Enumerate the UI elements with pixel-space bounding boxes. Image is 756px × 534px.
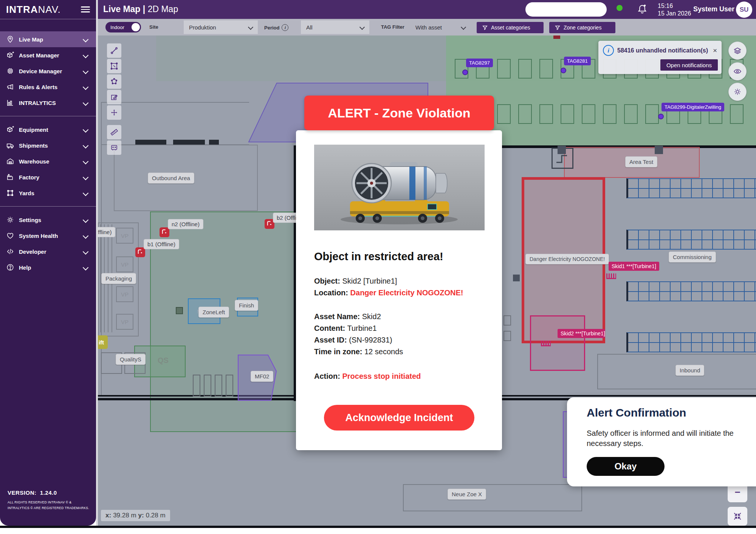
asset-categories-button[interactable]: Asset categories: [477, 22, 544, 33]
modal-row-content: Content: Turbine1: [314, 324, 377, 333]
tool-polygon[interactable]: [107, 74, 121, 89]
info-icon[interactable]: i: [282, 24, 288, 31]
period-select-value: All: [306, 24, 313, 31]
asset-tag-icon[interactable]: [160, 227, 169, 237]
modal-row-action: Action: Process stop initiated: [314, 372, 421, 381]
acknowledge-incident-button[interactable]: Acknowledge Incident: [324, 405, 474, 431]
tool-edit[interactable]: [107, 90, 121, 104]
tag-filter-select[interactable]: With asset: [410, 20, 471, 34]
status-dot-green: [617, 5, 623, 11]
modal-row-location: Location: Danger Electricity NOGOZONE!: [314, 289, 463, 297]
sidebar-item-system-health[interactable]: System Health: [0, 228, 96, 244]
layers-button[interactable]: [728, 42, 747, 60]
vp-slot: VP: [116, 314, 133, 330]
hamburger-menu-icon[interactable]: [81, 6, 90, 12]
sidebar-item-label: Help: [19, 264, 31, 271]
sidebar-item-label: Shipments: [19, 142, 48, 149]
map-canvas[interactable]: VP VP VP VP ift QS MF01: [98, 35, 756, 526]
visibility-button[interactable]: [728, 62, 747, 80]
tool-rect-select[interactable]: [107, 59, 121, 73]
sidebar-item-settings[interactable]: Settings: [0, 212, 96, 228]
modal-heading: Object in restricted area!: [314, 250, 443, 263]
vp-slot: VP: [116, 286, 133, 302]
sidebar-item-developer[interactable]: Developer: [0, 244, 96, 259]
asset-label-n2[interactable]: n2 (Offline): [168, 219, 203, 229]
tag-label-8297[interactable]: TAG8297: [466, 59, 493, 67]
intranav-logo: INTRANAV.: [6, 4, 61, 15]
notification-bell-icon[interactable]: [637, 3, 648, 17]
warehouse-icon: [6, 157, 14, 165]
sidebar-item-label: Yards: [19, 190, 34, 196]
filter-bar: Indoor Site Produktion Periodi All TAG F…: [98, 19, 756, 35]
asset-label-b1[interactable]: b1 (Offline): [144, 239, 179, 249]
chevron-down-icon: [83, 233, 89, 239]
tool-measure-line[interactable]: [107, 43, 121, 58]
version-text: VERSION: 1.24.0: [8, 489, 89, 496]
sidebar-item-label: INTRALYTICS: [19, 100, 56, 106]
modal-row-asset-name: Asset Name: Skid2: [314, 312, 381, 321]
sidebar-item-rules-alerts[interactable]: Rules & Alerts: [0, 79, 96, 95]
open-notifications-button[interactable]: Open notifications: [660, 59, 718, 71]
divider: [0, 206, 96, 207]
indoor-site-toggle[interactable]: Indoor: [105, 22, 141, 32]
tool-tag[interactable]: [107, 140, 121, 155]
site-select-value: Produktion: [189, 24, 216, 31]
tool-ruler[interactable]: [107, 125, 121, 139]
eye-icon: [733, 67, 742, 76]
sidebar-item-intralytics[interactable]: INTRALYTICS: [0, 95, 96, 111]
search-input[interactable]: [530, 6, 607, 13]
zone-categories-button[interactable]: Zone categories: [549, 22, 615, 33]
chevron-down-icon: [83, 264, 89, 270]
zone-label-qualitys: QualityS: [116, 354, 146, 365]
asset-label-edge[interactable]: ffline): [98, 227, 115, 237]
sidebar-item-yards[interactable]: Yards: [0, 185, 96, 201]
sidebar-item-live-map[interactable]: Live Map: [0, 31, 96, 47]
site-label: Site: [149, 24, 158, 30]
sidebar-item-warehouse[interactable]: Warehouse: [0, 153, 96, 169]
sidebar-item-help[interactable]: Help: [0, 259, 96, 275]
alert-confirmation-panel: Alert Confirmation Safety officer is inf…: [567, 397, 756, 486]
notification-toast: i 58416 unhandled notification(s) × Open…: [598, 41, 722, 74]
sidebar-item-shipments[interactable]: Shipments: [0, 137, 96, 153]
neue-zoe-outline: [403, 484, 582, 511]
help-icon: [6, 263, 14, 272]
tag-label-8281[interactable]: TAG8281: [564, 57, 591, 65]
main-area: Live Map | 2D Map 15:1615 Jan 2026 Syste…: [96, 0, 756, 526]
asset-label-skid1[interactable]: Skid1 ***[Turbine1]: [609, 262, 659, 271]
sidebar-item-asset-manager[interactable]: Asset Manager: [0, 47, 96, 63]
close-icon[interactable]: ×: [713, 47, 717, 54]
chevron-down-icon: [83, 142, 89, 148]
app-window: INTRANAV. Live Map Asset Manager Device …: [0, 0, 756, 528]
dock-bar: [193, 375, 200, 397]
sidebar-item-device-manager[interactable]: Device Manager: [0, 63, 96, 79]
sidebar-item-factory[interactable]: Factory: [0, 169, 96, 185]
asset-label-skid2[interactable]: Skid2 ***[Turbine1]: [558, 329, 605, 338]
copyright-text: ALL RIGHTS RESERVED INTRANAV © &INTRALYT…: [8, 500, 89, 511]
sidebar-item-equipment[interactable]: Equipment: [0, 122, 96, 137]
avatar[interactable]: SU: [736, 2, 752, 18]
sidebar-item-label: Factory: [19, 174, 39, 181]
factory-icon: [6, 173, 14, 181]
vp-slot: VP: [116, 256, 133, 272]
door-square: [655, 146, 663, 154]
period-select[interactable]: All: [301, 20, 369, 34]
tag-label-8299[interactable]: TAG8299-DigitalerZwilling: [662, 103, 724, 111]
datetime: 15:1615 Jan 2026: [658, 2, 691, 17]
search-box: [525, 2, 607, 17]
gear-icon: [6, 216, 14, 224]
okay-button[interactable]: Okay: [587, 457, 665, 476]
period-label: Periodi: [264, 24, 288, 31]
gear-icon: [733, 87, 742, 96]
fit-view-button[interactable]: [728, 507, 747, 526]
sidebar: INTRANAV. Live Map Asset Manager Device …: [0, 0, 96, 526]
site-select[interactable]: Produktion: [184, 20, 258, 34]
alert-modal: Object in restricted area! Object: Skid2…: [296, 130, 502, 450]
chevron-down-icon: [83, 248, 89, 255]
asset-tag-icon[interactable]: [135, 247, 145, 257]
map-settings-button[interactable]: [728, 83, 747, 101]
map-node-square: [513, 275, 520, 281]
map-marker-red: [553, 35, 560, 39]
tool-move[interactable]: [107, 105, 121, 120]
funnel-icon: [555, 25, 561, 31]
zone-label-neue-zoe: Neue Zoe X: [448, 489, 486, 500]
